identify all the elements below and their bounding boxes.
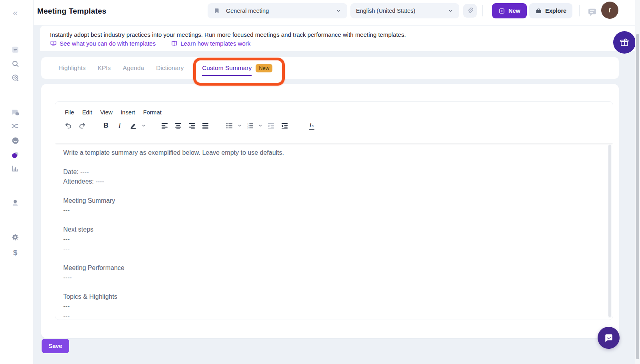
editor-line: Meeting Summary	[63, 196, 613, 206]
editor-line: ---	[63, 302, 613, 311]
sidebar-item-billing[interactable]: $	[10, 248, 20, 258]
pen-icon	[129, 122, 137, 130]
svg-text:3: 3	[247, 126, 248, 129]
menu-view[interactable]: View	[96, 108, 116, 117]
banner-links: See what you can do with templates Learn…	[50, 40, 250, 47]
see-templates-link[interactable]: See what you can do with templates	[50, 40, 156, 47]
language-select[interactable]: English (United States)	[350, 3, 459, 18]
editor-line	[63, 282, 613, 292]
tab-kpis[interactable]: KPIs	[98, 64, 111, 72]
sidebar-item-analytics[interactable]	[10, 164, 20, 173]
align-center-icon	[174, 122, 182, 130]
tab-label: Highlights	[58, 64, 86, 71]
highlight-color-button[interactable]	[126, 119, 140, 132]
menu-edit[interactable]: Edit	[78, 108, 96, 117]
tab-custom-summary[interactable]: Custom Summary New	[202, 64, 272, 72]
copy-link-button[interactable]	[463, 4, 477, 18]
bold-button[interactable]: B	[99, 119, 113, 132]
tab-highlights[interactable]: Highlights	[58, 64, 86, 72]
support-chat-button[interactable]	[598, 327, 620, 349]
custom-summary-panel: File Edit View Insert Format	[41, 84, 619, 338]
meeting-template-select[interactable]: General meeting	[208, 3, 347, 18]
bookmark-icon	[213, 7, 220, 14]
italic-button[interactable]: I	[113, 119, 126, 132]
sidebar-item-settings[interactable]	[10, 232, 20, 242]
editor-header: File Edit View Insert Format	[55, 102, 613, 143]
book-icon	[171, 40, 178, 47]
template-tabs: Highlights KPIs Agenda Dictionary Custom…	[41, 57, 619, 79]
smiley-icon	[11, 136, 20, 145]
topbar: Meeting Templates General meeting Englis…	[34, 0, 640, 25]
clear-formatting-button[interactable]: I×	[305, 119, 318, 132]
editor-menubar: File Edit View Insert Format	[55, 102, 613, 117]
avatar[interactable]: r	[601, 2, 618, 19]
rich-text-editor: File Edit View Insert Format	[55, 101, 613, 320]
numbered-list-button[interactable]: 1 2 3	[243, 119, 257, 132]
editor-toolbar: B I	[55, 119, 613, 132]
calendar-icon	[11, 45, 20, 54]
chevron-down-icon	[335, 8, 342, 14]
align-left-button[interactable]	[158, 119, 171, 132]
screen-play-icon	[50, 40, 57, 47]
sidebar-item-search[interactable]	[10, 59, 20, 68]
italic-icon: I	[118, 122, 121, 130]
align-left-icon	[161, 122, 168, 130]
editor-line	[63, 215, 613, 225]
banner-text: Instantly adopt best industry practices …	[50, 31, 406, 38]
bullet-list-button[interactable]	[222, 119, 236, 132]
plus-square-icon	[498, 8, 505, 14]
indent-button[interactable]	[278, 119, 291, 132]
sidebar-item-recordings[interactable]	[10, 73, 20, 83]
highlight-color-chevron[interactable]	[140, 119, 147, 132]
rewards-button[interactable]	[613, 31, 636, 54]
sidebar-item-chats[interactable]	[10, 108, 20, 117]
page-scrollbar-thumb[interactable]	[636, 34, 639, 359]
menu-file[interactable]: File	[61, 108, 78, 117]
bold-icon: B	[104, 122, 108, 130]
align-justify-button[interactable]	[198, 119, 212, 132]
sidebar: «	[0, 0, 34, 364]
sidebar-item-meetings[interactable]	[10, 45, 20, 54]
bar-chart-icon	[11, 164, 20, 173]
learn-templates-link[interactable]: Learn how templates work	[171, 40, 250, 47]
redo-button[interactable]	[75, 119, 89, 132]
align-right-button[interactable]	[185, 119, 198, 132]
editor-line: ----	[63, 273, 613, 282]
learn-templates-link-label: Learn how templates work	[180, 40, 250, 47]
new-button-label: New	[508, 8, 520, 14]
menu-format[interactable]: Format	[139, 108, 166, 117]
numbered-list-chevron[interactable]	[257, 119, 264, 132]
redo-icon	[78, 122, 86, 130]
tab-agenda[interactable]: Agenda	[123, 64, 144, 72]
film-reel-icon	[11, 74, 20, 82]
sidebar-item-team[interactable]	[10, 198, 20, 208]
outdent-button[interactable]	[264, 119, 278, 132]
sidebar-collapse-button[interactable]: «	[10, 8, 20, 18]
editor-line: Write a template summary as exemplified …	[63, 148, 613, 158]
bullet-list-icon	[226, 122, 233, 130]
page-scrollbar[interactable]	[635, 0, 640, 364]
sidebar-item-shuffle[interactable]	[10, 121, 20, 131]
editor-line: Meeting Performance	[63, 263, 613, 273]
tab-label: Agenda	[123, 64, 144, 71]
tab-dictionary[interactable]: Dictionary	[156, 64, 184, 72]
chevron-down-icon	[237, 123, 242, 128]
editor-content[interactable]: Write a template summary as exemplified …	[55, 143, 613, 320]
clear-formatting-icon: I×	[309, 122, 314, 130]
align-center-button[interactable]	[171, 119, 185, 132]
sidebar-item-record[interactable]	[10, 150, 20, 160]
new-template-button[interactable]: New	[492, 3, 527, 18]
editor-line	[63, 254, 613, 263]
outdent-icon	[267, 122, 275, 130]
explore-button[interactable]: Explore	[529, 3, 572, 18]
sidebar-item-sentiment[interactable]	[10, 136, 20, 145]
editor-line: ---	[63, 234, 613, 244]
feedback-chat-button[interactable]	[587, 7, 597, 17]
save-button[interactable]: Save	[42, 339, 69, 353]
undo-button[interactable]	[62, 119, 75, 132]
dollar-icon: $	[13, 248, 18, 257]
undo-icon	[64, 122, 72, 130]
menu-insert[interactable]: Insert	[117, 108, 139, 117]
meeting-template-value: General meeting	[220, 8, 335, 14]
bullet-list-chevron[interactable]	[236, 119, 243, 132]
